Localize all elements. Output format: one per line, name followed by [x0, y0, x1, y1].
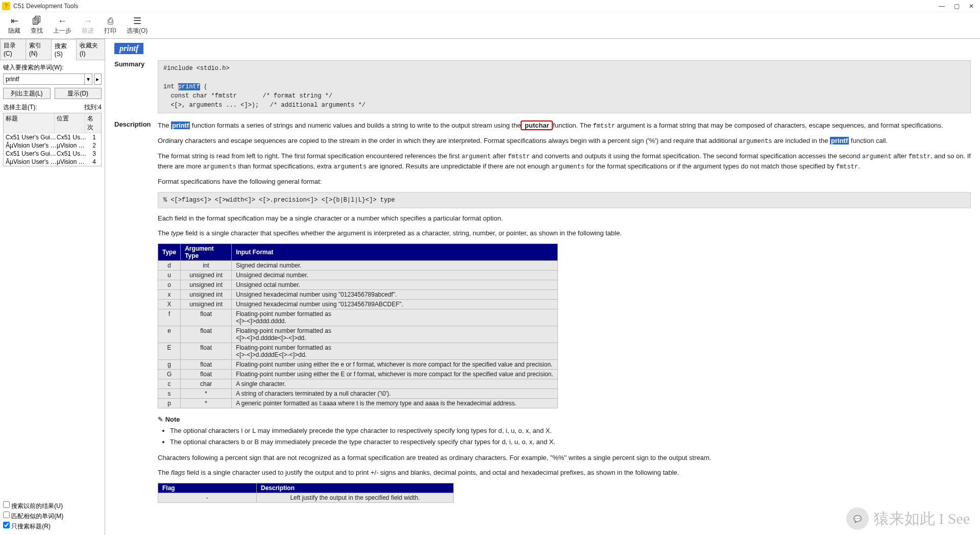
tab-index[interactable]: 索引(N) — [26, 39, 52, 60]
search-input[interactable] — [3, 74, 85, 85]
found-count: 找到:4 — [84, 103, 102, 112]
note-header: Note — [158, 416, 971, 423]
opt-similar-words[interactable]: 匹配相似的单词(M) — [3, 512, 102, 521]
col-location[interactable]: 位置 — [55, 113, 85, 133]
note-item: The optional characters b or B may immed… — [170, 437, 971, 447]
app-icon: ? — [2, 2, 10, 10]
search-dropdown-icon[interactable]: ▾ — [85, 74, 92, 85]
result-row[interactable]: ÂµVision User's G...µVision Us...2 — [4, 141, 101, 150]
desc-p8: The flags field is a single character us… — [158, 468, 971, 478]
tab-search[interactable]: 搜索(S) — [51, 39, 77, 60]
col-rank[interactable]: 名次 — [85, 113, 101, 133]
display-button[interactable]: 显示(D) — [55, 88, 102, 99]
type-table: TypeArgument TypeInput FormatdintSigned … — [158, 244, 558, 408]
forward-button[interactable]: →前进 — [77, 14, 99, 36]
options-icon: ☰ — [133, 15, 141, 27]
result-row[interactable]: Cx51 User's Guide:...Cx51 User's...3 — [4, 150, 101, 158]
tab-favorites[interactable]: 收藏夹(I) — [76, 39, 105, 60]
close-button[interactable]: ✕ — [969, 3, 974, 10]
watermark: 💬 猿来如此 I See — [846, 507, 970, 530]
back-icon: ← — [58, 15, 67, 27]
desc-p5: Each field in the format specification m… — [158, 213, 971, 224]
print-icon: ⎙ — [108, 15, 113, 27]
desc-p4: Format specifications have the following… — [158, 177, 971, 187]
desc-p1: The printf function formats a series of … — [158, 120, 971, 131]
description-label: Description — [114, 120, 158, 128]
hide-icon: ⇤ — [11, 15, 18, 27]
page-title: printf — [114, 43, 143, 54]
flag-table: FlagDescription-Left justify the output … — [158, 483, 454, 503]
print-button[interactable]: ⎙打印 — [99, 14, 121, 36]
watermark-icon: 💬 — [846, 507, 869, 530]
desc-p6: The type field is a single character tha… — [158, 228, 971, 238]
maximize-button[interactable]: ▢ — [954, 3, 960, 10]
select-topic-label: 选择主题(T): — [3, 103, 37, 112]
format-spec-code: % <[>flags<]> <[>width<]> <[>.precision<… — [158, 192, 971, 208]
content-pane[interactable]: printf Summary #include <stdio.h> int pr… — [105, 39, 980, 535]
summary-code: #include <stdio.h> int printf ( const ch… — [158, 60, 971, 113]
hide-button[interactable]: ⇤隐藏 — [3, 14, 26, 36]
search-label: 键入要搜索的单词(W): — [3, 63, 102, 72]
col-title[interactable]: 标题 — [4, 113, 55, 133]
result-row[interactable]: Cx51 User's Guide:...Cx51 User's...1 — [4, 133, 101, 141]
putchar-highlight: putchar — [521, 120, 553, 130]
find-button[interactable]: 🗐查找 — [26, 14, 48, 36]
minimize-button[interactable]: — — [939, 3, 945, 10]
summary-label: Summary — [114, 60, 158, 68]
tab-contents[interactable]: 目录(C) — [0, 39, 26, 60]
back-button[interactable]: ←上一步 — [48, 14, 77, 36]
desc-p3: The format string is read from left to r… — [158, 151, 971, 172]
opt-titles-only[interactable]: 只搜索标题(R) — [3, 522, 102, 531]
result-row[interactable]: ÂµVision User's G.µVision Us...4 — [4, 158, 101, 166]
search-go-icon[interactable]: ▸ — [94, 74, 102, 85]
note-item: The optional characters l or L may immed… — [170, 426, 971, 435]
window-title: C51 Development Tools — [13, 3, 939, 10]
desc-p7: Characters following a percent sign that… — [158, 453, 971, 463]
desc-p2: Ordinary characters and escape sequences… — [158, 136, 971, 146]
forward-icon: → — [83, 15, 92, 27]
list-topics-button[interactable]: 列出主题(L) — [3, 88, 51, 99]
find-icon: 🗐 — [32, 15, 41, 27]
opt-previous-results[interactable]: 搜索以前的结果(U) — [3, 501, 102, 510]
options-button[interactable]: ☰选项(O) — [121, 14, 153, 36]
results-list: Cx51 User's Guide:...Cx51 User's...1 ÂµV… — [4, 133, 101, 166]
